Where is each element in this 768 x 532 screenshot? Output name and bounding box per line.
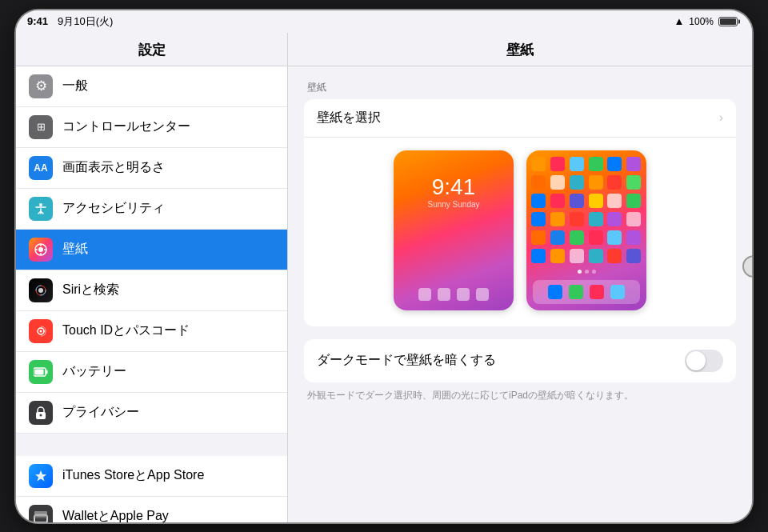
toggle-knob xyxy=(686,351,706,370)
svg-point-2 xyxy=(38,247,43,252)
lock-time: 9:41 xyxy=(394,174,514,200)
sidebar: 設定 ⚙ 一般 ⊞ コントロールセンター AA 画面表示と明るさ xyxy=(16,33,288,522)
control-center-icon: ⊞ xyxy=(29,115,53,139)
sidebar-item-control-center[interactable]: ⊞ コントロールセンター xyxy=(16,107,287,148)
svg-point-9 xyxy=(38,288,43,293)
sidebar-list: ⚙ 一般 ⊞ コントロールセンター AA 画面表示と明るさ xyxy=(16,66,287,522)
accessibility-label: アクセシビリティ xyxy=(62,200,165,217)
panel-title: 壁紙 xyxy=(288,33,752,66)
wallpaper-previews: 9:41 Sunny Sunday xyxy=(304,138,736,326)
lock-screen-wallpaper: 9:41 Sunny Sunday xyxy=(394,150,514,310)
status-date: 9月10日(火) xyxy=(58,14,113,29)
sidebar-item-battery[interactable]: バッテリー xyxy=(16,352,287,393)
sidebar-item-display[interactable]: AA 画面表示と明るさ xyxy=(16,148,287,189)
sidebar-item-wallpaper[interactable]: 壁紙 xyxy=(16,230,287,270)
home-screen-preview[interactable] xyxy=(526,150,646,310)
battery-icon xyxy=(29,360,53,384)
chevron-right-icon: › xyxy=(719,110,723,125)
dark-mode-label: ダークモードで壁紙を暗くする xyxy=(317,352,496,369)
touchid-icon xyxy=(29,319,53,343)
dark-mode-desc: 外観モードでダーク選択時、周囲の光に応じてiPadの壁紙が暗くなります。 xyxy=(304,389,736,402)
ipad-frame: 9:41 9月10日(火) ▲ 100% 設定 ⚙ 一般 xyxy=(16,10,752,522)
wifi-icon: ▲ xyxy=(674,15,684,27)
main-content: 設定 ⚙ 一般 ⊞ コントロールセンター AA 画面表示と明るさ xyxy=(16,33,752,522)
siri-label: Siriと検索 xyxy=(62,282,119,298)
touchid-label: Touch IDとパスコード xyxy=(62,322,190,339)
status-left: 9:41 9月10日(火) xyxy=(27,14,113,29)
sidebar-item-wallet[interactable]: WalletとApple Pay xyxy=(16,497,287,522)
svg-rect-20 xyxy=(34,514,47,517)
status-right: ▲ 100% xyxy=(674,15,738,27)
home-icons-grid xyxy=(526,150,646,266)
general-icon: ⚙ xyxy=(29,74,53,98)
wallet-icon xyxy=(29,505,53,522)
battery-percent: 100% xyxy=(689,16,714,27)
battery-indicator xyxy=(718,17,738,26)
wallpaper-select-row[interactable]: 壁紙を選択 › xyxy=(304,99,736,138)
lock-date: Sunny Sunday xyxy=(394,200,514,209)
display-icon: AA xyxy=(29,156,53,180)
wallpaper-icon xyxy=(29,238,53,262)
svg-point-16 xyxy=(40,414,42,416)
accessibility-icon xyxy=(29,197,53,221)
panel-content: 壁紙 壁紙を選択 › 9:41 Sunny Sunday xyxy=(288,66,752,417)
wallpaper-select-label: 壁紙を選択 xyxy=(317,110,381,126)
battery-label: バッテリー xyxy=(62,363,126,380)
sidebar-item-touchid[interactable]: Touch IDとパスコード xyxy=(16,311,287,352)
dark-mode-row[interactable]: ダークモードで壁紙を暗くする xyxy=(304,339,736,382)
display-label: 画面表示と明るさ xyxy=(62,159,165,176)
sidebar-separator-1 xyxy=(16,434,287,456)
sidebar-item-siri[interactable]: Siriと検索 xyxy=(16,270,287,311)
privacy-label: プライバシー xyxy=(62,404,139,421)
svg-point-0 xyxy=(39,203,42,206)
sidebar-item-privacy[interactable]: プライバシー xyxy=(16,393,287,434)
control-center-label: コントロールセンター xyxy=(62,118,190,135)
lock-screen-preview[interactable]: 9:41 Sunny Sunday xyxy=(394,150,514,310)
wallpaper-label: 壁紙 xyxy=(62,241,88,258)
section-label: 壁紙 xyxy=(304,81,736,94)
status-time: 9:41 xyxy=(27,15,48,27)
siri-icon xyxy=(29,278,53,302)
wallet-label: WalletとApple Pay xyxy=(62,508,169,522)
svg-rect-13 xyxy=(46,370,48,374)
home-screen-wallpaper xyxy=(526,150,646,310)
svg-point-11 xyxy=(40,330,42,332)
appstore-icon xyxy=(29,464,53,488)
sidebar-item-accessibility[interactable]: アクセシビリティ xyxy=(16,189,287,230)
svg-rect-14 xyxy=(35,369,44,374)
general-label: 一般 xyxy=(62,78,88,94)
right-panel: 壁紙 壁紙 壁紙を選択 › 9:41 xyxy=(288,33,752,522)
privacy-icon xyxy=(29,401,53,425)
sidebar-title: 設定 xyxy=(16,33,287,66)
itunes-label: iTunes StoreとApp Store xyxy=(62,467,204,484)
sidebar-item-itunes[interactable]: iTunes StoreとApp Store xyxy=(16,456,287,497)
status-bar: 9:41 9月10日(火) ▲ 100% xyxy=(16,10,752,33)
wallpaper-card: 壁紙を選択 › 9:41 Sunny Sunday xyxy=(304,99,736,326)
sidebar-item-general[interactable]: ⚙ 一般 xyxy=(16,66,287,107)
dark-mode-toggle[interactable] xyxy=(685,350,723,372)
